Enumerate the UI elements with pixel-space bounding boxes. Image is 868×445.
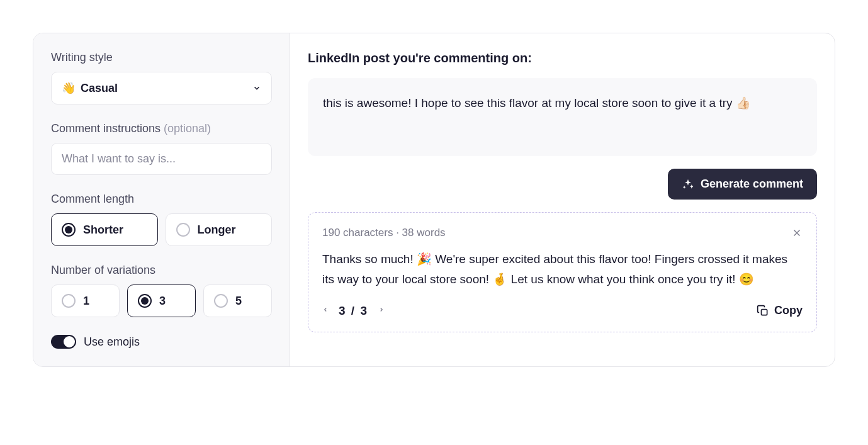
instructions-label: Comment instructions (optional) — [51, 122, 272, 135]
wave-emoji-icon: 👋 — [62, 81, 76, 95]
pager: 3 / 3 — [322, 304, 385, 318]
sparkle-icon — [682, 178, 694, 191]
variations-option-1[interactable]: 1 — [51, 284, 120, 317]
variations-option-5[interactable]: 5 — [203, 284, 272, 317]
variations-label: Number of variations — [51, 264, 272, 277]
instructions-field: Comment instructions (optional) — [51, 122, 272, 175]
writing-style-value: Casual — [81, 82, 118, 95]
length-radio-group: Shorter Longer — [51, 213, 272, 246]
pager-next-icon[interactable] — [378, 304, 385, 317]
radio-icon — [62, 294, 76, 308]
copy-icon — [757, 305, 769, 317]
length-label: Comment length — [51, 193, 272, 206]
svg-rect-2 — [762, 309, 767, 315]
radio-icon — [214, 294, 228, 308]
instructions-input[interactable] — [51, 143, 272, 175]
close-icon[interactable] — [791, 227, 803, 239]
copy-button[interactable]: Copy — [757, 304, 803, 317]
variations-option-3[interactable]: 3 — [127, 284, 196, 317]
result-meta: 190 characters · 38 words — [322, 227, 446, 239]
generate-button-label: Generate comment — [701, 177, 803, 191]
length-field: Comment length Shorter Longer — [51, 193, 272, 246]
toggle-knob-icon — [64, 336, 75, 347]
result-text: Thanks so much! 🎉 We're super excited ab… — [322, 249, 803, 290]
source-post-text: this is awesome! I hope to see this flav… — [323, 96, 751, 110]
chevron-down-icon — [252, 84, 261, 93]
result-header: 190 characters · 38 words — [322, 227, 803, 239]
variations-radio-group: 1 3 5 — [51, 284, 272, 317]
writing-style-select[interactable]: 👋 Casual — [51, 72, 272, 104]
radio-icon — [138, 294, 152, 308]
pager-prev-icon[interactable] — [322, 304, 329, 317]
writing-style-label: Writing style — [51, 51, 272, 64]
variations-field: Number of variations 1 3 5 — [51, 264, 272, 317]
generate-row: Generate comment — [308, 169, 817, 200]
source-post-box: this is awesome! I hope to see this flav… — [308, 78, 817, 156]
radio-icon — [176, 223, 190, 237]
emoji-toggle-label: Use emojis — [84, 335, 140, 349]
radio-icon — [62, 223, 76, 237]
copy-button-label: Copy — [774, 304, 803, 317]
emoji-toggle[interactable] — [51, 335, 76, 349]
main-heading: LinkedIn post you're commenting on: — [308, 51, 817, 65]
result-box: 190 characters · 38 words Thanks so much… — [308, 212, 817, 332]
length-option-longer[interactable]: Longer — [166, 213, 273, 246]
app-container: Writing style 👋 Casual Comment instructi… — [33, 33, 835, 367]
sidebar: Writing style 👋 Casual Comment instructi… — [33, 33, 290, 366]
writing-style-field: Writing style 👋 Casual — [51, 51, 272, 104]
length-option-shorter[interactable]: Shorter — [51, 213, 158, 246]
main-panel: LinkedIn post you're commenting on: this… — [290, 33, 835, 366]
generate-button[interactable]: Generate comment — [668, 169, 817, 200]
result-footer: 3 / 3 Copy — [322, 304, 803, 318]
emoji-toggle-row: Use emojis — [51, 335, 272, 349]
pager-position: 3 / 3 — [339, 304, 368, 318]
